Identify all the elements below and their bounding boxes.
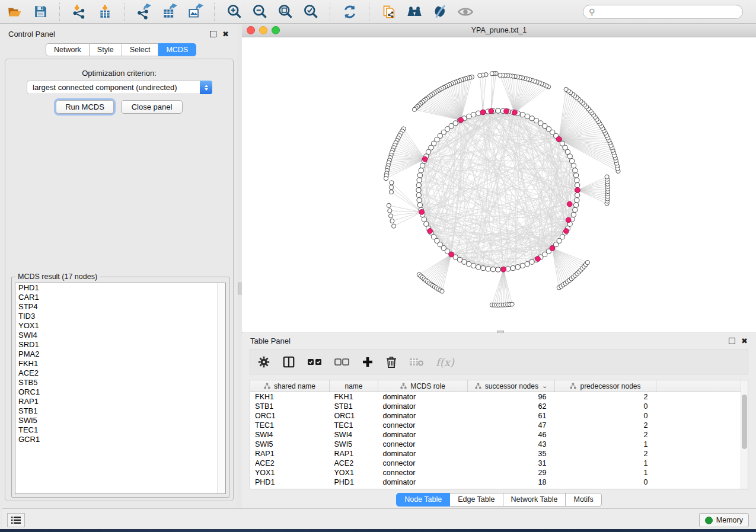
table-row[interactable]: YOX1YOX1connector291 [250,468,745,477]
cell-predecessor_nodes[interactable]: 0 [555,477,656,487]
mcds-hub-node[interactable] [567,201,572,207]
task-history-button[interactable] [7,513,25,527]
cell-name[interactable]: PHD1 [330,477,378,487]
mcds-hub-node[interactable] [489,108,494,114]
cell-shared_name[interactable]: TEC1 [250,421,330,430]
mcds-hub-node[interactable] [512,110,518,116]
mcds-result-item[interactable]: CAR1 [15,293,225,302]
tab-edge-table[interactable]: Edge Table [450,493,503,507]
cell-successor_nodes[interactable]: 29 [468,468,555,477]
import-network-icon[interactable] [71,3,88,21]
table-row[interactable]: PHD1PHD1dominator180 [250,477,745,487]
search-box[interactable]: ⚲ [583,5,743,19]
column-header-MCDS-role[interactable]: MCDS role [378,380,468,392]
mcds-result-item[interactable]: PMA2 [15,350,225,359]
float-panel-icon[interactable] [210,31,216,37]
cell-name[interactable]: ORC1 [330,411,378,421]
cell-mcds_role[interactable]: dominator [378,402,468,411]
table-row[interactable]: SWI5SWI5connector431 [250,440,745,449]
table-row[interactable]: STB1STB1dominator620 [250,402,745,411]
cell-shared_name[interactable]: FKH1 [250,392,330,402]
cell-shared_name[interactable]: SWI5 [250,440,330,449]
column-header-name[interactable]: name [330,380,378,392]
delete-table-icon[interactable] [409,354,424,370]
column-header-shared-name[interactable]: shared name [250,380,330,392]
cell-predecessor_nodes[interactable]: 2 [555,449,656,459]
run-mcds-button[interactable]: Run MCDS [56,100,114,114]
cell-shared_name[interactable]: PHD1 [250,477,330,487]
cell-shared_name[interactable]: STB1 [250,402,330,411]
mcds-result-item[interactable]: TID3 [15,312,225,321]
cell-successor_nodes[interactable]: 61 [468,411,555,421]
criterion-dropdown[interactable]: largest connected component (undirected) [27,81,212,94]
table-row[interactable]: TEC1TEC1connector472 [250,421,745,430]
cell-mcds_role[interactable]: dominator [378,392,468,402]
mcds-hub-node[interactable] [428,229,433,234]
cell-name[interactable]: YOX1 [330,468,378,477]
show-all-icon[interactable] [457,3,474,21]
close-panel-icon[interactable]: ✖ [222,30,229,38]
mcds-hub-node[interactable] [458,117,464,123]
cell-successor_nodes[interactable]: 31 [468,459,555,468]
tab-mcds[interactable]: MCDS [158,43,196,56]
mcds-result-item[interactable]: SRD1 [15,340,225,350]
close-table-panel-icon[interactable]: ✖ [741,337,748,345]
cell-mcds_role[interactable]: connector [378,440,468,449]
gear-icon[interactable] [257,354,270,370]
float-table-panel-icon[interactable] [729,338,735,344]
mcds-result-list[interactable]: PHD1CAR1STP4TID3YOX1SWI4SRD1PMA2FKH1ACE2… [15,283,226,494]
mcds-list-scrollbar[interactable] [217,283,225,493]
cell-mcds_role[interactable]: dominator [378,449,468,459]
cell-predecessor_nodes[interactable]: 2 [555,421,656,430]
cell-predecessor_nodes[interactable]: 0 [555,411,656,421]
export-network-icon[interactable] [135,3,153,21]
mcds-result-item[interactable]: RAP1 [15,397,225,406]
cell-shared_name[interactable]: SWI4 [250,430,330,440]
cell-predecessor_nodes[interactable]: 2 [555,392,656,402]
table-scrollbar-thumb[interactable] [742,395,747,449]
cell-predecessor_nodes[interactable]: 0 [555,402,656,411]
export-image-icon[interactable] [186,3,204,21]
cell-shared_name[interactable]: ACE2 [250,459,330,468]
cell-successor_nodes[interactable]: 18 [468,477,555,487]
tab-network[interactable]: Network [46,43,90,56]
cell-name[interactable]: FKH1 [330,392,378,402]
column-header-predecessor-nodes[interactable]: predecessor nodes [555,380,656,392]
table-row[interactable]: ACE2ACE2connector311 [250,459,745,468]
mcds-hub-node[interactable] [504,108,509,114]
column-header-successor-nodes[interactable]: successor nodes⌄ [468,380,555,392]
cell-name[interactable]: SWI4 [330,430,378,440]
zoom-out-icon[interactable] [251,3,269,21]
network-window-titlebar[interactable]: YPA_prune.txt_1 [242,24,756,37]
mcds-result-item[interactable]: TEC1 [15,425,225,435]
cell-mcds_role[interactable]: dominator [378,477,468,487]
search-input[interactable] [598,7,737,17]
column-layout-icon[interactable] [282,354,295,370]
deselect-all-icon[interactable] [334,354,350,370]
cell-predecessor_nodes[interactable]: 1 [555,468,656,477]
function-builder-icon[interactable]: f(x) [436,354,454,370]
cell-shared_name[interactable]: YOX1 [250,468,330,477]
table-row[interactable]: ORC1ORC1dominator610 [250,411,745,421]
mcds-hub-node[interactable] [422,156,428,162]
clone-network-icon[interactable] [380,3,398,21]
mcds-result-item[interactable]: PHD1 [15,283,225,293]
cell-mcds_role[interactable]: connector [378,459,468,468]
mcds-hub-node[interactable] [566,217,571,223]
mcds-hub-node[interactable] [556,137,562,142]
first-neighbors-icon[interactable] [406,3,423,21]
mcds-result-item[interactable]: STB1 [15,406,225,416]
tab-motifs[interactable]: Motifs [566,493,601,507]
network-graph-canvas[interactable] [242,37,756,332]
close-panel-button[interactable]: Close panel [121,100,183,114]
mcds-result-item[interactable]: FKH1 [15,359,225,368]
mcds-result-item[interactable]: ACE2 [15,368,225,378]
table-row[interactable]: RAP1RAP1dominator352 [250,449,745,459]
mcds-result-item[interactable]: SWI4 [15,331,225,340]
cell-name[interactable]: TEC1 [330,421,378,430]
cell-successor_nodes[interactable]: 43 [468,440,555,449]
cell-shared_name[interactable]: RAP1 [250,449,330,459]
mcds-hub-node[interactable] [575,188,580,193]
hide-selected-icon[interactable] [431,3,449,21]
export-table-icon[interactable] [161,3,178,21]
